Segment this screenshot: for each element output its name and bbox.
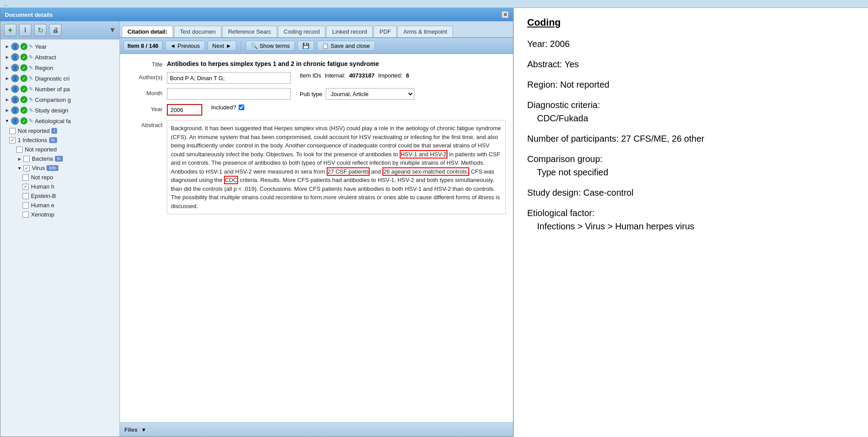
tab-coding-record-label: Coding record (284, 28, 320, 35)
sidebar-item-abstract[interactable]: ▶ 👤 ✓ ✎ Abstract (0, 52, 120, 62)
tab-arms-timepoint[interactable]: Arms & timepoint (397, 26, 453, 37)
coding-comparison-value: Type not specified (537, 167, 608, 177)
sidebar-item-virus[interactable]: ▼ Virus Info (0, 163, 120, 173)
coding-participants-label: Number of participants: (527, 134, 619, 143)
checkbox-human-e[interactable] (23, 202, 29, 209)
sidebar-item-study-design[interactable]: ▶ 👤 ✓ ✎ Study design (0, 105, 120, 116)
coding-study-design-entry: Study design: Case-control (527, 186, 855, 199)
sidebar-item-not-reported-1[interactable]: Not reported I (0, 126, 120, 135)
year-row: Year Included? (127, 104, 506, 116)
coding-diagnostic-entry: Diagnostic criteria: CDC/Fukada (527, 98, 855, 125)
prev-button[interactable]: ◄ Previous (165, 41, 204, 51)
sidebar-item-epstein[interactable]: Epstein-B (0, 191, 120, 201)
sidebar-label-virus: Virus (32, 165, 45, 171)
toolbar-separator-1 (241, 41, 241, 51)
next-label: Next (212, 43, 224, 49)
edit-icon-region: ✎ (29, 65, 33, 71)
sidebar-info-button[interactable]: i (19, 24, 31, 36)
checkbox-human-h[interactable] (23, 184, 29, 190)
sidebar-item-diagnostic[interactable]: ▶ 👤 ✓ ✎ Diagnostic cri (0, 73, 120, 84)
sidebar-add-button[interactable]: + (4, 24, 16, 36)
sidebar-item-not-repo[interactable]: Not repo (0, 173, 120, 182)
tree-arrow-bacteria: ▶ (16, 156, 23, 162)
sidebar-item-aetiological[interactable]: ▼ 👤 ✓ ✎ Aetiological fa (0, 116, 120, 126)
sidebar-item-not-reported-2[interactable]: Not reported (0, 145, 120, 154)
tree-arrow-diagnostic: ▶ (4, 75, 10, 81)
next-button[interactable]: Next ► (208, 41, 237, 51)
info-badge-not-reported-1[interactable]: I (51, 128, 57, 134)
tab-citation-detail[interactable]: Citation detail: (122, 26, 173, 37)
info-badge-virus[interactable]: Info (46, 165, 58, 171)
tab-reference-search[interactable]: Reference Searc (222, 26, 277, 37)
show-terms-button[interactable]: 🔍 Show terms (246, 41, 295, 51)
window-close-button[interactable]: ✕ (502, 11, 509, 18)
checkbox-xenotrop[interactable] (23, 212, 29, 218)
month-input[interactable] (167, 88, 291, 100)
person-icon-year: 👤 (11, 43, 19, 50)
save-button[interactable]: 💾 (297, 41, 314, 51)
abstract-row: Abstract Background. It has been suggest… (127, 120, 506, 214)
edit-icon-year: ✎ (29, 43, 33, 50)
month-label: Month (127, 88, 167, 97)
save-close-icon: 📋 (322, 43, 329, 49)
sidebar-item-number[interactable]: ▶ 👤 ✓ ✎ Number of pa (0, 84, 120, 94)
tab-citation-detail-label: Citation detail: (127, 28, 167, 35)
citation-area: Title Antibodies to herpes simplex types… (120, 54, 513, 422)
edit-icon-comparison: ✎ (29, 97, 33, 103)
save-icon: 💾 (302, 43, 309, 49)
sidebar-item-region[interactable]: ▶ 👤 ✓ ✎ Region (0, 62, 120, 73)
person-icon-region: 👤 (11, 64, 19, 72)
sidebar-item-infections[interactable]: 1 Infections In (0, 135, 120, 145)
edit-icon-number: ✎ (29, 86, 33, 92)
pub-type-select[interactable]: Journal, Article (326, 88, 414, 100)
sidebar-item-bacteria[interactable]: ▶ Bacteria In (0, 154, 120, 163)
tab-text-document[interactable]: Text documen (174, 26, 221, 37)
checkbox-infections[interactable] (9, 137, 15, 143)
sidebar-refresh-button[interactable]: ↻ (34, 24, 46, 36)
included-checkbox[interactable] (239, 104, 244, 110)
imported-value: 6 (406, 72, 409, 79)
person-icon-aetiological: 👤 (11, 117, 19, 125)
checkbox-not-reported-2[interactable] (16, 147, 23, 153)
window-titlebar: Document details ✕ (0, 8, 513, 21)
tab-linked-record[interactable]: Linked record (326, 26, 373, 37)
year-input[interactable] (167, 104, 202, 116)
info-icon: i (24, 26, 26, 34)
info-badge-infections[interactable]: In (49, 137, 57, 143)
sidebar-item-comparison[interactable]: ▶ 👤 ✓ ✎ Comparison g (0, 94, 120, 105)
check-icon-study-design: ✓ (20, 107, 27, 114)
show-terms-label: Show terms (259, 43, 290, 49)
add-icon: + (8, 26, 13, 35)
sidebar-print-button[interactable]: 🖨 (49, 24, 62, 36)
sidebar-item-year[interactable]: ▶ 👤 ✓ ✎ Year (0, 41, 120, 52)
save-close-button[interactable]: 📋 Save and close (317, 41, 375, 51)
sidebar-label-study-design: Study design (35, 107, 68, 114)
sidebar-item-human-h[interactable]: Human h (0, 182, 120, 191)
sidebar-toolbar: + i ↻ 🖨 ▼ (0, 21, 120, 39)
checkbox-not-repo[interactable] (23, 174, 29, 181)
files-dropdown-arrow[interactable]: ▼ (141, 427, 147, 433)
sidebar-item-xenotrop[interactable]: Xenotrop (0, 210, 120, 219)
person-icon-comparison: 👤 (11, 96, 19, 104)
sidebar-item-human-e[interactable]: Human e (0, 201, 120, 210)
item-ids-group: Item IDs Internal: 40733187 Imported: 6 (291, 72, 409, 79)
checkbox-bacteria[interactable] (23, 156, 30, 162)
author-input[interactable] (167, 72, 291, 84)
info-badge-bacteria[interactable]: In (55, 156, 63, 162)
checkbox-not-reported-1[interactable] (9, 128, 15, 134)
abstract-highlight-26age: 26 ageand sex-matched controls. (382, 167, 469, 176)
coding-etiological-label: Etiological factor: (527, 208, 594, 218)
sidebar-label-xenotrop: Xenotrop (31, 211, 54, 218)
tab-coding-record[interactable]: Coding record (278, 26, 326, 37)
edit-icon-aetiological: ✎ (29, 118, 33, 124)
checkbox-epstein[interactable] (23, 193, 29, 199)
tab-pdf[interactable]: PDF (374, 26, 397, 37)
abstract-label: Abstract (127, 120, 167, 128)
sidebar-label-not-repo: Not repo (31, 174, 53, 181)
tree-arrow-number: ▶ (4, 86, 10, 92)
coding-diagnostic-label: Diagnostic criteria: (527, 100, 600, 110)
coding-panel: Coding Year: 2006 Abstract: Yes Region: … (513, 8, 868, 437)
refresh-icon: ↻ (38, 26, 43, 35)
checkbox-virus[interactable] (23, 165, 30, 171)
sidebar-label-region: Region (35, 65, 53, 71)
